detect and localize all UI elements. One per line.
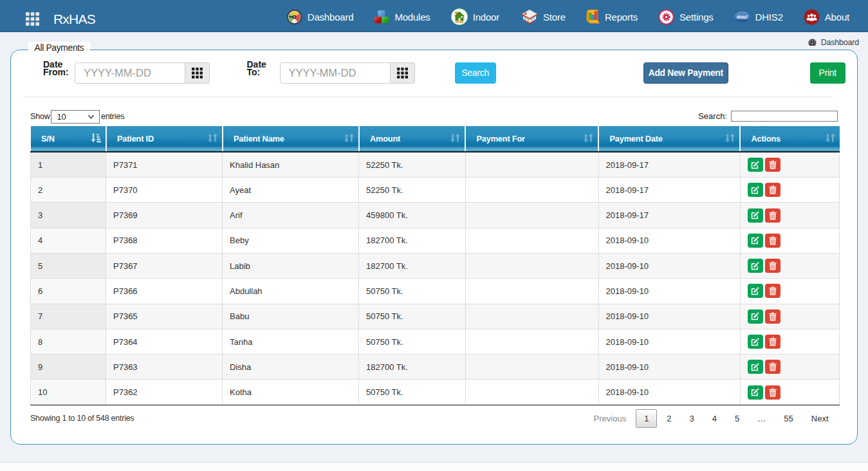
svg-text:dhis2: dhis2 xyxy=(736,14,747,19)
